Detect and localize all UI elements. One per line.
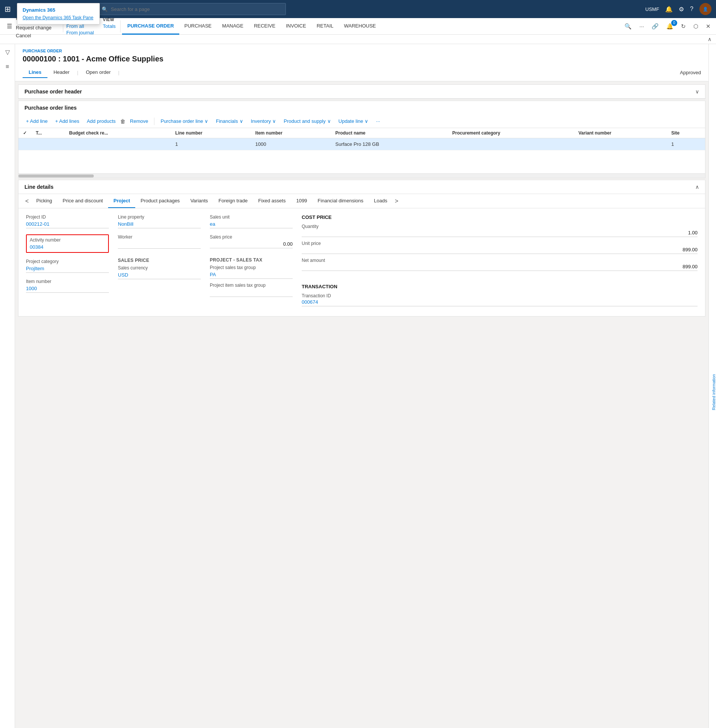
help-icon[interactable]: ? — [690, 6, 693, 12]
line-tab-picking[interactable]: Picking — [31, 194, 57, 208]
tab-receive[interactable]: RECEIVE — [249, 18, 281, 35]
hamburger-icon[interactable]: ☰ — [3, 23, 16, 30]
line-tab-variants[interactable]: Variants — [185, 194, 213, 208]
project-sales-tax-group-value[interactable]: PA — [210, 272, 293, 279]
request-change-item[interactable]: Request change — [16, 24, 52, 32]
search-input[interactable] — [111, 6, 282, 12]
collapse-chevron-icon[interactable]: ∧ — [708, 36, 711, 42]
line-tab-loads[interactable]: Loads — [369, 194, 392, 208]
quantity-value[interactable]: 1.00 — [302, 230, 698, 237]
activity-number-group: Activity number 00384 — [26, 234, 109, 253]
tab-purchase-order[interactable]: PURCHASE ORDER — [122, 18, 179, 35]
transaction-id-field: Transaction ID 000674 — [302, 293, 698, 306]
avatar[interactable]: 👤 — [699, 3, 711, 15]
sales-currency-value[interactable]: USD — [118, 272, 201, 279]
more-button[interactable]: ··· — [373, 117, 383, 125]
page-tab-header[interactable]: Header — [47, 67, 76, 78]
top-nav-actions: USMF 🔔 ⚙ ? 👤 — [645, 3, 711, 15]
settings-icon[interactable]: ⚙ — [679, 6, 684, 13]
project-item-sales-tax-value[interactable] — [210, 289, 293, 297]
line-details-chevron-icon: ∧ — [695, 184, 699, 190]
search-bar[interactable]: 🔍 — [98, 3, 286, 15]
purchase-order-header-bar[interactable]: Purchase order header ∨ — [18, 85, 705, 99]
project-id-group: Project ID 000212-01 — [26, 214, 109, 228]
list-icon[interactable]: ≡ — [4, 62, 11, 72]
dynamics-tooltip-link[interactable]: Open the Dynamics 365 Task Pane — [23, 15, 94, 20]
toolbar-sep-1 — [154, 118, 154, 125]
project-category-value[interactable]: ProjItem — [26, 266, 109, 273]
table-scrollbar[interactable] — [18, 173, 705, 178]
project-id-value[interactable]: 000212-01 — [26, 221, 109, 228]
line-tab-price-discount[interactable]: Price and discount — [57, 194, 108, 208]
transaction-id-value[interactable]: 000674 — [302, 299, 698, 306]
line-tab-fixed-assets[interactable]: Fixed assets — [253, 194, 291, 208]
add-line-button[interactable]: + Add line — [23, 117, 50, 125]
line-tab-product-packages[interactable]: Product packages — [135, 194, 185, 208]
cancel-item[interactable]: Cancel — [16, 32, 31, 40]
tab-retail[interactable]: RETAIL — [311, 18, 339, 35]
dynamics-tooltip-title: Dynamics 365 — [23, 7, 94, 13]
refresh-icon[interactable]: ↻ — [679, 21, 688, 31]
open-new-icon[interactable]: ⬡ — [691, 21, 701, 31]
update-line-button[interactable]: Update line ∨ — [336, 117, 372, 125]
sales-unit-label: Sales unit — [210, 214, 293, 220]
search-ribbon-icon[interactable]: 🔍 — [622, 21, 634, 31]
copy-from-journal[interactable]: From journal — [66, 30, 94, 35]
more-ribbon-icon[interactable]: ··· — [637, 21, 646, 31]
add-lines-button[interactable]: + Add lines — [52, 117, 82, 125]
financials-chevron-icon: ∨ — [240, 118, 243, 124]
org-label: USMF — [645, 6, 659, 12]
line-property-value[interactable]: NonBill — [118, 221, 201, 228]
project-sales-tax-label: PROJECT - SALES TAX — [210, 257, 293, 263]
financials-button[interactable]: Financials ∨ — [213, 117, 246, 125]
notification-icon[interactable]: 🔔 — [665, 6, 673, 13]
inventory-button[interactable]: Inventory ∨ — [248, 117, 279, 125]
quantity-field: Quantity 1.00 — [302, 224, 698, 237]
sales-unit-value[interactable]: ea — [210, 221, 293, 228]
cell-site: 1 — [667, 138, 705, 150]
share-icon[interactable]: 🔗 — [649, 21, 661, 31]
add-products-button[interactable]: Add products — [84, 117, 119, 125]
table-row[interactable]: 1 1000 Surface Pro 128 GB 1 — [18, 138, 705, 150]
item-number-value[interactable]: 1000 — [26, 286, 109, 293]
right-panel[interactable]: Related information — [708, 44, 716, 728]
activity-number-value[interactable]: 00384 — [30, 244, 105, 250]
view-totals[interactable]: Totals — [103, 23, 116, 29]
unit-price-value[interactable]: 899.00 — [302, 247, 698, 254]
project-category-group: Project category ProjItem — [26, 259, 109, 273]
unit-price-field: Unit price 899.00 — [302, 241, 698, 254]
notification-badge: 0 — [671, 20, 677, 26]
page-header: PURCHASE ORDER 00000100 : 1001 - Acme Of… — [15, 44, 708, 81]
sales-price-value[interactable]: 0.00 — [210, 241, 293, 248]
left-sidebar: ▽ ≡ — [0, 44, 15, 728]
next-tab-nav[interactable]: > — [392, 195, 400, 208]
product-supply-button[interactable]: Product and supply ∨ — [281, 117, 334, 125]
purchase-order-lines-header-bar: Purchase order lines — [18, 101, 705, 115]
app-grid-icon[interactable]: ⊞ — [5, 5, 11, 14]
purchase-order-lines-title: Purchase order lines — [24, 105, 699, 111]
close-icon[interactable]: ✕ — [704, 21, 713, 31]
tab-purchase[interactable]: PURCHASE — [179, 18, 217, 35]
worker-value[interactable] — [118, 241, 201, 249]
remove-button[interactable]: Remove — [127, 117, 151, 125]
trash-icon: 🗑 — [120, 118, 125, 124]
product-supply-chevron-icon: ∨ — [327, 118, 331, 124]
inventory-chevron-icon: ∨ — [272, 118, 276, 124]
line-tab-foreign-trade[interactable]: Foreign trade — [213, 194, 253, 208]
purchase-order-line-button[interactable]: Purchase order line ∨ — [157, 117, 211, 125]
col-product-name: Product name — [331, 128, 448, 138]
tab-invoice[interactable]: INVOICE — [281, 18, 311, 35]
line-tab-1099[interactable]: 1099 — [291, 194, 312, 208]
search-icon: 🔍 — [102, 6, 108, 12]
prev-tab-nav[interactable]: < — [23, 195, 31, 208]
page-tab-lines[interactable]: Lines — [23, 67, 47, 78]
tab-warehouse[interactable]: WAREHOUSE — [339, 18, 381, 35]
tab-manage[interactable]: MANAGE — [217, 18, 249, 35]
line-tab-financial-dimensions[interactable]: Financial dimensions — [312, 194, 368, 208]
line-details-header-bar[interactable]: Line details ∧ — [18, 180, 705, 194]
net-amount-value[interactable]: 899.00 — [302, 264, 698, 271]
page-tab-open-order[interactable]: Open order — [80, 67, 117, 78]
line-tab-project[interactable]: Project — [108, 194, 135, 208]
net-amount-label: Net amount — [302, 258, 698, 263]
filter-icon[interactable]: ▽ — [4, 47, 11, 57]
